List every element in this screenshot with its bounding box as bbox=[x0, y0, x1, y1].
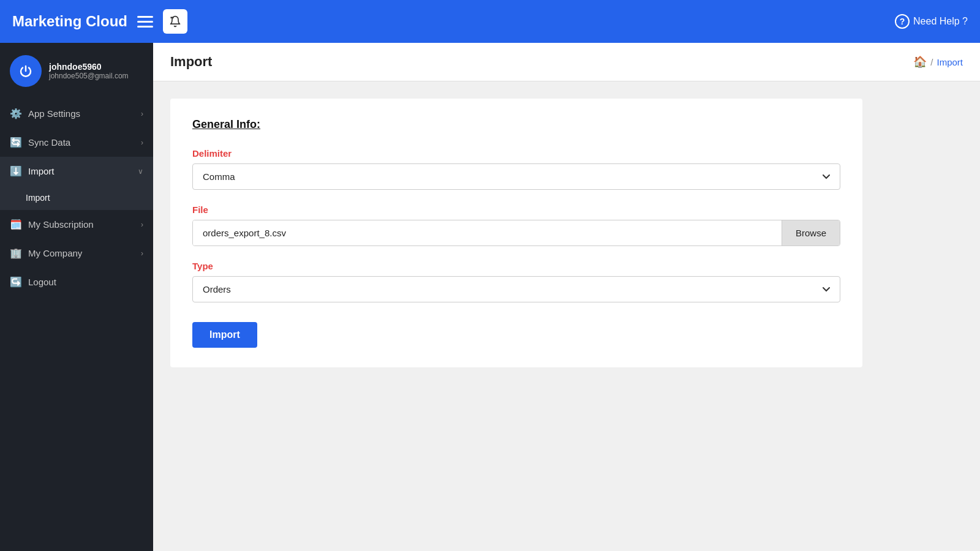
help-label: Need Help ? bbox=[913, 16, 968, 27]
import-button[interactable]: Import bbox=[192, 322, 257, 348]
app-title: Marketing Cloud bbox=[12, 13, 127, 30]
subscription-icon: 🗓️ bbox=[10, 219, 22, 230]
import-form-card: General Info: Delimiter Comma Semicolon … bbox=[170, 99, 862, 367]
avatar bbox=[10, 55, 42, 87]
page-header: Import 🏠 / Import bbox=[153, 43, 980, 81]
sidebar-label-sync-data: Sync Data bbox=[28, 137, 70, 148]
delimiter-select[interactable]: Comma Semicolon Tab Pipe bbox=[192, 163, 840, 190]
header-left: Marketing Cloud bbox=[12, 9, 187, 34]
sidebar-item-sync-data[interactable]: 🔄 Sync Data › bbox=[0, 128, 153, 157]
sync-icon: 🔄 bbox=[10, 137, 22, 148]
user-email: johndoe505@gmail.com bbox=[49, 72, 129, 80]
content-area: Import 🏠 / Import General Info: Delimite… bbox=[153, 43, 980, 551]
delimiter-group: Delimiter Comma Semicolon Tab Pipe bbox=[192, 148, 840, 190]
sidebar-item-import[interactable]: ⬇️ Import ∨ bbox=[0, 157, 153, 186]
user-name: johndoe5960 bbox=[49, 62, 129, 72]
sidebar-item-logout[interactable]: ↪️ Logout bbox=[0, 268, 153, 296]
delimiter-label: Delimiter bbox=[192, 148, 840, 159]
content-body: General Info: Delimiter Comma Semicolon … bbox=[153, 81, 980, 551]
user-section: johndoe5960 johndoe505@gmail.com bbox=[0, 43, 153, 99]
form-title: General Info: bbox=[192, 118, 840, 131]
chevron-down-icon: ∨ bbox=[138, 167, 143, 176]
sidebar-item-my-subscription[interactable]: 🗓️ My Subscription › bbox=[0, 210, 153, 239]
hamburger-menu-icon[interactable] bbox=[137, 16, 153, 28]
logout-icon: ↪️ bbox=[10, 276, 22, 288]
home-icon[interactable]: 🏠 bbox=[913, 55, 927, 69]
import-icon: ⬇️ bbox=[10, 165, 22, 177]
breadcrumb-current: Import bbox=[937, 57, 963, 67]
help-icon: ? bbox=[895, 14, 910, 29]
notifications-button[interactable] bbox=[163, 9, 187, 34]
browse-button[interactable]: Browse bbox=[782, 220, 840, 246]
file-label: File bbox=[192, 204, 840, 215]
sidebar-label-my-subscription: My Subscription bbox=[28, 219, 94, 230]
user-info: johndoe5960 johndoe505@gmail.com bbox=[49, 62, 129, 80]
sidebar-label-import: Import bbox=[28, 166, 55, 176]
breadcrumb: 🏠 / Import bbox=[913, 55, 963, 69]
chevron-right-icon: › bbox=[141, 220, 143, 229]
chevron-right-icon: › bbox=[141, 110, 143, 118]
chevron-right-icon: › bbox=[141, 138, 143, 147]
sidebar-item-app-settings[interactable]: ⚙️ App Settings › bbox=[0, 99, 153, 128]
sidebar-item-my-company[interactable]: 🏢 My Company › bbox=[0, 239, 153, 268]
type-label: Type bbox=[192, 261, 840, 271]
breadcrumb-separator: / bbox=[930, 57, 933, 67]
chevron-right-icon: › bbox=[141, 249, 143, 258]
help-link[interactable]: ? Need Help ? bbox=[895, 14, 968, 29]
settings-icon: ⚙️ bbox=[10, 108, 22, 119]
sidebar-nav: ⚙️ App Settings › 🔄 Sync Data › ⬇️ Impor… bbox=[0, 99, 153, 551]
sidebar-sub-item-import[interactable]: Import bbox=[0, 186, 153, 210]
sidebar-sub-label-import: Import bbox=[26, 193, 50, 203]
file-group: File Browse bbox=[192, 204, 840, 246]
sidebar-label-app-settings: App Settings bbox=[28, 108, 80, 119]
type-group: Type Orders Customers Products bbox=[192, 261, 840, 302]
sidebar-label-my-company: My Company bbox=[28, 248, 82, 258]
file-input[interactable] bbox=[193, 220, 782, 246]
sidebar: johndoe5960 johndoe505@gmail.com ⚙️ App … bbox=[0, 43, 153, 551]
file-input-row: Browse bbox=[192, 220, 840, 246]
company-icon: 🏢 bbox=[10, 247, 22, 259]
page-title: Import bbox=[170, 54, 212, 70]
sidebar-label-logout: Logout bbox=[28, 277, 56, 287]
type-select[interactable]: Orders Customers Products bbox=[192, 276, 840, 302]
svg-marker-0 bbox=[171, 17, 174, 19]
main-layout: johndoe5960 johndoe505@gmail.com ⚙️ App … bbox=[0, 43, 980, 551]
top-header: Marketing Cloud ? Need Help ? bbox=[0, 0, 980, 43]
